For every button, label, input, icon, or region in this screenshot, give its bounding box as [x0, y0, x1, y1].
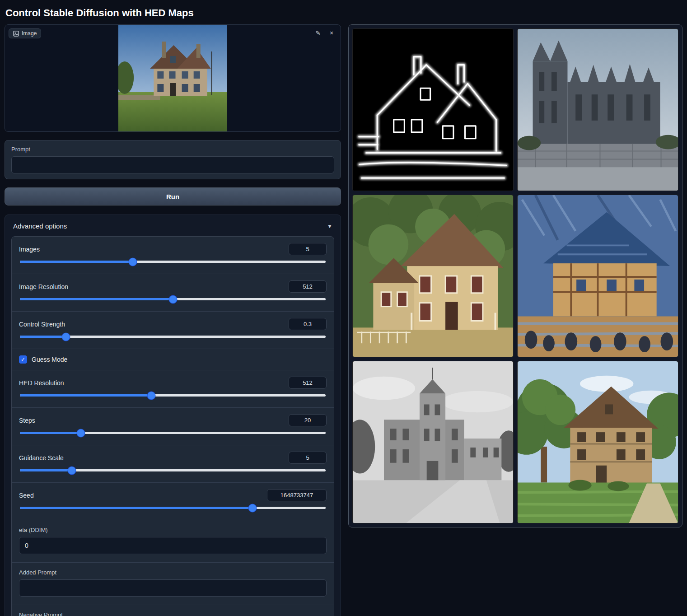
hed-resolution-label: HED Resolution: [19, 379, 64, 387]
slider-fill: [20, 507, 252, 509]
slider-hed-resolution: HED Resolution: [12, 370, 334, 408]
uploaded-house-photo[interactable]: [118, 24, 227, 132]
steps-slider[interactable]: [20, 432, 326, 434]
image-resolution-slider[interactable]: [20, 298, 326, 300]
advanced-options-title: Advanced options: [13, 222, 67, 230]
output-gallery: [348, 24, 682, 527]
slider-fill: [20, 432, 81, 434]
guidance-scale-value-input[interactable]: [289, 452, 327, 464]
check-icon: ✓: [21, 356, 25, 363]
guidance-scale-label: Guidance Scale: [19, 454, 64, 462]
images-value-input[interactable]: [289, 243, 327, 255]
page-title: Control Stable Diffusion with HED Maps: [0, 0, 687, 24]
image-resolution-value-input[interactable]: [289, 280, 327, 293]
added-prompt-row: Added Prompt: [12, 563, 334, 605]
slider-steps: Steps: [12, 408, 334, 445]
image-input[interactable]: Image ✎ ×: [5, 24, 341, 132]
slider-image-resolution: Image Resolution: [12, 274, 334, 312]
advanced-options-form: Images Image Resolution: [11, 236, 334, 616]
guidance-scale-slider[interactable]: [20, 469, 326, 471]
control-strength-label: Control Strength: [19, 321, 65, 328]
images-slider[interactable]: [20, 261, 326, 263]
steps-label: Steps: [19, 417, 35, 424]
slider-handle[interactable]: [169, 295, 177, 303]
slider-guidance-scale: Guidance Scale: [12, 445, 334, 483]
image-input-tag: Image: [9, 28, 41, 38]
slider-fill: [20, 261, 133, 263]
clear-image-icon[interactable]: ×: [326, 28, 337, 38]
gallery-item-victorian-house[interactable]: [352, 195, 514, 357]
edit-image-icon[interactable]: ✎: [313, 28, 323, 38]
guess-mode-checkbox[interactable]: ✓: [19, 355, 27, 364]
gallery-item-bw-building[interactable]: [352, 361, 514, 523]
added-prompt-label: Added Prompt: [19, 569, 327, 576]
hed-resolution-value-input[interactable]: [289, 377, 327, 389]
hed-resolution-slider[interactable]: [20, 394, 326, 397]
prompt-block: Prompt: [5, 140, 341, 179]
image-tools: ✎ ×: [313, 28, 337, 38]
advanced-options-panel: Advanced options ▼ Images Imag: [5, 215, 341, 616]
image-icon: [13, 31, 19, 37]
run-button[interactable]: Run: [5, 187, 341, 205]
gallery-item-hed-edge-map[interactable]: [352, 28, 514, 191]
slider-images: Images: [12, 237, 334, 274]
guess-mode-label: Guess Mode: [32, 356, 67, 363]
controls-column: Image ✎ ×: [5, 24, 341, 616]
slider-fill: [20, 469, 72, 471]
prompt-input[interactable]: [11, 156, 334, 173]
images-label: Images: [19, 246, 40, 253]
slider-control-strength: Control Strength: [12, 312, 334, 349]
guess-mode-row: ✓ Guess Mode: [12, 349, 334, 370]
gallery-item-gothic-cathedral[interactable]: [517, 28, 678, 191]
slider-handle[interactable]: [77, 429, 85, 437]
advanced-options-header[interactable]: Advanced options ▼: [11, 221, 334, 236]
eta-row: eta (DDIM): [12, 520, 334, 563]
image-input-label: Image: [22, 30, 37, 37]
image-resolution-label: Image Resolution: [19, 283, 68, 290]
added-prompt-input[interactable]: [19, 579, 327, 597]
slider-seed: Seed: [12, 483, 334, 520]
slider-fill: [20, 394, 151, 397]
steps-value-input[interactable]: [289, 414, 327, 426]
control-strength-slider[interactable]: [20, 336, 326, 338]
negative-prompt-row: Negative Prompt: [12, 605, 334, 616]
results-column: [348, 24, 682, 527]
eta-input[interactable]: [19, 537, 327, 554]
slider-handle[interactable]: [129, 258, 137, 266]
control-strength-value-input[interactable]: [289, 318, 327, 330]
seed-label: Seed: [19, 492, 34, 499]
chevron-down-icon: ▼: [327, 223, 332, 229]
slider-fill: [20, 298, 173, 300]
negative-prompt-label: Negative Prompt: [19, 611, 327, 616]
seed-slider[interactable]: [20, 507, 326, 509]
seed-value-input[interactable]: [267, 489, 327, 501]
prompt-label: Prompt: [11, 146, 334, 153]
slider-handle[interactable]: [68, 467, 76, 474]
slider-handle[interactable]: [248, 504, 256, 512]
gallery-item-painterly-rain-house[interactable]: [517, 195, 678, 357]
slider-handle[interactable]: [148, 392, 155, 399]
eta-label: eta (DDIM): [19, 527, 327, 533]
app-layout: Image ✎ ×: [0, 24, 687, 616]
slider-handle[interactable]: [62, 333, 70, 341]
slider-fill: [20, 336, 66, 338]
gallery-item-country-house[interactable]: [517, 361, 678, 523]
